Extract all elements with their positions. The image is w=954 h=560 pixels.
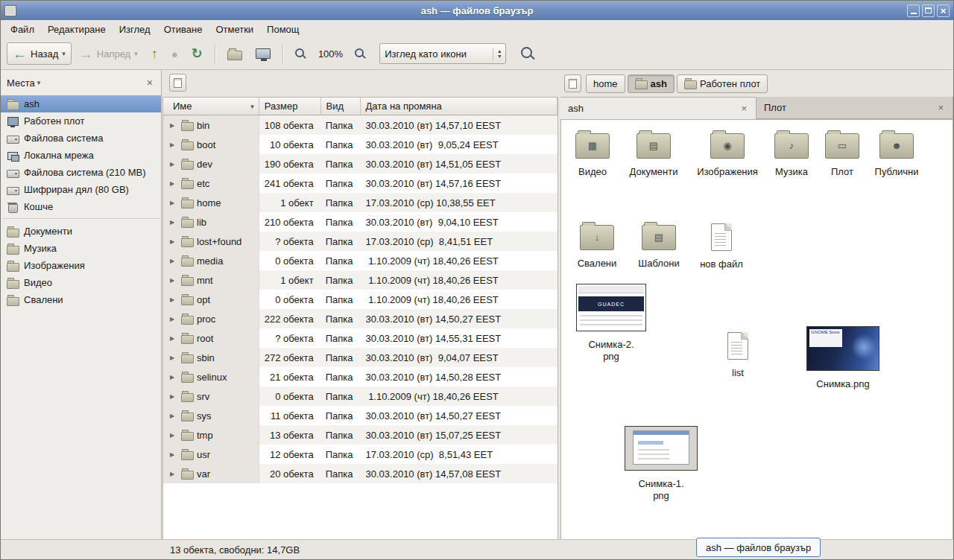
tab-close-icon[interactable]: × bbox=[739, 103, 748, 114]
table-row[interactable]: ▶root? обектаПапка30.03.2010 (вт) 14,55,… bbox=[163, 328, 557, 348]
expander-icon[interactable]: ▶ bbox=[170, 296, 177, 303]
minimize-button[interactable] bbox=[907, 4, 920, 17]
sidebar-item-videos[interactable]: Видео bbox=[1, 274, 161, 291]
expander-icon[interactable]: ▶ bbox=[170, 141, 177, 148]
table-row[interactable]: ▶srv0 обектаПапка 1.10.2009 (чт) 18,40,2… bbox=[163, 386, 557, 406]
computer-button[interactable] bbox=[250, 42, 277, 65]
menu-item-2[interactable]: Изглед bbox=[113, 22, 157, 37]
sidebar-item-trash[interactable]: Кошче bbox=[1, 198, 161, 215]
reload-button[interactable]: ↻ bbox=[186, 42, 209, 65]
expander-icon[interactable]: ▶ bbox=[170, 161, 177, 168]
column-header-0[interactable]: Име▾ bbox=[163, 98, 259, 115]
menu-item-3[interactable]: Отиване bbox=[157, 22, 209, 37]
notebook-toggle-button[interactable] bbox=[169, 74, 186, 92]
sidebar-item-documents[interactable]: Документи bbox=[1, 223, 161, 240]
table-row[interactable]: ▶etc241 обектаПапка30.03.2010 (вт) 14,57… bbox=[163, 174, 557, 193]
expander-icon[interactable]: ▶ bbox=[170, 393, 177, 400]
expander-icon[interactable]: ▶ bbox=[170, 413, 177, 419]
sidebar-item-encrypted-80gb[interactable]: Шифриран дял (80 GB) bbox=[1, 181, 161, 198]
expander-icon[interactable]: ▶ bbox=[170, 451, 177, 458]
table-row[interactable]: ▶lost+found? обектаПапка17.03.2010 (ср) … bbox=[163, 232, 557, 251]
path-button-desktop[interactable]: Работен плот bbox=[677, 74, 768, 93]
column-header-2[interactable]: Вид bbox=[321, 98, 361, 115]
maximize-button[interactable] bbox=[922, 4, 935, 17]
sidebar-item-volume-210mb[interactable]: Файлова система (210 MB) bbox=[1, 164, 161, 181]
icon-item-documents[interactable]: ▤ Документи bbox=[622, 130, 685, 178]
close-button[interactable]: × bbox=[937, 4, 950, 17]
expander-icon[interactable]: ▶ bbox=[170, 354, 177, 361]
icon-item-pictures[interactable]: ◉ Изображения bbox=[696, 130, 759, 178]
forward-button[interactable]: → Напред ▾ bbox=[73, 42, 144, 65]
titlebar[interactable]: ash — файлов браузър × bbox=[1, 1, 953, 20]
path-button-home[interactable]: home bbox=[586, 74, 625, 93]
sidebar-item-desktop[interactable]: Работен плот bbox=[1, 112, 161, 130]
column-header-1[interactable]: Размер bbox=[259, 98, 321, 115]
expander-icon[interactable]: ▶ bbox=[170, 316, 177, 322]
icon-item-new-file[interactable]: нов файл bbox=[690, 223, 753, 270]
menu-item-5[interactable]: Помощ bbox=[260, 22, 306, 37]
expander-icon[interactable]: ▶ bbox=[170, 432, 177, 439]
zoom-in-button[interactable] bbox=[349, 42, 372, 65]
sidebar-item-pictures[interactable]: Изображения bbox=[1, 257, 161, 274]
table-row[interactable]: ▶mnt1 обектПапка 1.10.2009 (чт) 18,40,26… bbox=[163, 270, 557, 290]
expander-icon[interactable]: ▶ bbox=[170, 277, 177, 284]
icon-item-snimka-2-png[interactable]: GUADEC Снимка-2.png bbox=[575, 284, 647, 363]
menu-item-0[interactable]: Файл bbox=[4, 22, 41, 37]
home-button[interactable] bbox=[221, 42, 248, 65]
expander-icon[interactable]: ▶ bbox=[170, 219, 177, 226]
expander-icon[interactable]: ▶ bbox=[170, 200, 177, 206]
folder-icon bbox=[181, 139, 193, 150]
expander-icon[interactable]: ▶ bbox=[170, 335, 177, 342]
back-button[interactable]: ← Назад ▾ bbox=[7, 42, 72, 65]
table-row[interactable]: ▶media0 обектаПапка 1.10.2009 (чт) 18,40… bbox=[163, 251, 557, 270]
places-caret-icon[interactable]: ▾ bbox=[37, 79, 41, 86]
expander-icon[interactable]: ▶ bbox=[170, 471, 177, 477]
expander-icon[interactable]: ▶ bbox=[170, 374, 177, 381]
expander-icon[interactable]: ▶ bbox=[170, 238, 177, 245]
path-button-ash[interactable]: ash bbox=[628, 74, 675, 93]
icon-item-videos[interactable]: ▦ Видео bbox=[561, 130, 624, 178]
expander-icon[interactable]: ▶ bbox=[170, 258, 177, 264]
sidebar-item-music[interactable]: Музика bbox=[1, 240, 161, 257]
table-row[interactable]: ▶sys11 обектаПапка30.03.2010 (вт) 14,50,… bbox=[163, 406, 557, 425]
table-row[interactable]: ▶home1 обектПапка17.03.2010 (ср) 10,38,5… bbox=[163, 193, 557, 212]
table-row[interactable]: ▶var20 обектаПапка30.03.2010 (вт) 14,57,… bbox=[163, 464, 557, 483]
places-close-button[interactable]: × bbox=[145, 77, 155, 88]
table-row[interactable]: ▶dev190 обектаПапка30.03.2010 (вт) 14,51… bbox=[163, 154, 557, 174]
expander-icon[interactable]: ▶ bbox=[170, 180, 177, 187]
table-row[interactable]: ▶usr12 обектаПапка17.03.2010 (ср) 8,51,4… bbox=[163, 445, 557, 464]
table-row[interactable]: ▶bin108 обектаПапка30.03.2010 (вт) 14,57… bbox=[163, 115, 557, 135]
icon-item-snimka-png[interactable]: GNOME Store Снимка.png bbox=[806, 326, 880, 390]
table-row[interactable]: ▶lib210 обектаПапка30.03.2010 (вт) 9,04,… bbox=[163, 212, 557, 232]
pathbar-toggle-button[interactable] bbox=[564, 74, 581, 92]
sidebar-item-local-network[interactable]: Локална мрежа bbox=[1, 147, 161, 164]
icon-item-desktop[interactable]: ▭ Плот bbox=[811, 130, 874, 178]
table-row[interactable]: ▶tmp13 обектаПапка30.03.2010 (вт) 15,07,… bbox=[163, 425, 557, 445]
icon-item-downloads[interactable]: ↓ Свалени bbox=[566, 221, 628, 270]
search-button[interactable] bbox=[515, 42, 541, 65]
expander-icon[interactable]: ▶ bbox=[170, 122, 177, 129]
icon-item-list[interactable]: list bbox=[707, 332, 769, 379]
icon-item-templates[interactable]: ▤ Шаблони bbox=[628, 221, 690, 270]
column-header-3[interactable]: Дата на промяна bbox=[361, 98, 557, 115]
table-row[interactable]: ▶boot10 обектаПапка30.03.2010 (вт) 9,05,… bbox=[163, 135, 557, 154]
table-row[interactable]: ▶sbin272 обектаПапка30.03.2010 (вт) 9,04… bbox=[163, 348, 557, 367]
up-button[interactable]: ↑ bbox=[145, 42, 164, 65]
sidebar-item-filesystem[interactable]: Файлова система bbox=[1, 130, 161, 147]
tab-ash[interactable]: ash× bbox=[560, 97, 756, 119]
icon-item-snimka-1-png[interactable]: Снимка-1.png bbox=[624, 426, 698, 502]
tab-close-icon[interactable]: × bbox=[936, 102, 945, 113]
menu-item-1[interactable]: Редактиране bbox=[41, 22, 113, 37]
table-row[interactable]: ▶proc222 обектаПапка30.03.2010 (вт) 14,5… bbox=[163, 309, 557, 328]
table-row[interactable]: ▶selinux21 обектаПапка30.03.2010 (вт) 14… bbox=[163, 367, 557, 386]
view-mode-select[interactable]: Изглед като икони ▴ ▾ bbox=[379, 43, 506, 64]
icon-item-public[interactable]: ☻ Публични bbox=[865, 130, 928, 178]
table-row[interactable]: ▶opt0 обектаПапка 1.10.2009 (чт) 18,40,2… bbox=[163, 290, 557, 309]
sidebar-item-ash[interactable]: ash bbox=[1, 95, 161, 112]
sidebar-item-downloads[interactable]: Свалени bbox=[1, 291, 161, 308]
places-title[interactable]: Места bbox=[7, 77, 35, 89]
tab-plot[interactable]: Плот× bbox=[756, 97, 953, 119]
zoom-out-button[interactable] bbox=[289, 42, 312, 65]
stop-button[interactable]: ● bbox=[165, 42, 184, 65]
menu-item-4[interactable]: Отметки bbox=[209, 22, 260, 37]
